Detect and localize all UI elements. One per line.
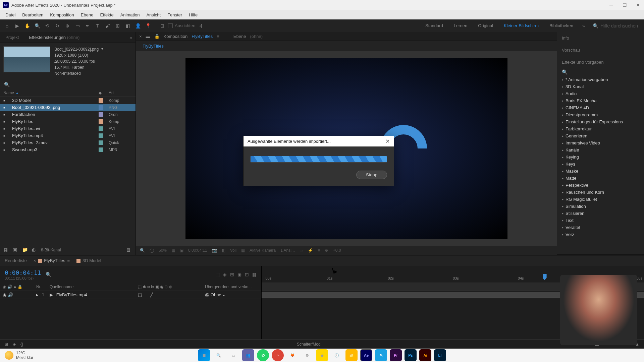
layer-audio-icon[interactable]: 🔊 xyxy=(8,292,13,297)
effect-category[interactable]: Matte xyxy=(557,175,644,182)
project-search[interactable]: 🔍 xyxy=(0,80,136,89)
stamp-tool[interactable]: ⊞ xyxy=(113,21,122,30)
lightroom-icon[interactable]: Lr xyxy=(434,349,446,361)
label-swatch[interactable] xyxy=(99,147,103,152)
label-swatch[interactable] xyxy=(99,126,103,131)
effect-category[interactable]: Verz xyxy=(557,231,644,238)
comp-lock-icon[interactable]: 🔒 xyxy=(154,34,160,39)
workspace-original[interactable]: Original xyxy=(473,22,498,29)
tab-close-icon[interactable]: × xyxy=(34,258,36,263)
time-value[interactable]: 0:00:04:11 xyxy=(188,248,207,253)
zoom-value[interactable]: 50% xyxy=(159,248,167,253)
pixel-aspect-icon[interactable]: ▭ xyxy=(300,248,303,253)
tl-tool-3[interactable]: ⊞ xyxy=(230,272,234,277)
effect-category[interactable]: Text xyxy=(557,217,644,224)
effect-category[interactable]: Keying xyxy=(557,154,644,161)
tab-effekteinstellungen[interactable]: Effekteinstellungen (ohne) xyxy=(27,34,82,41)
effects-presets-header[interactable]: Effekte und Vorgaben xyxy=(557,56,644,68)
tl-footer-icon-3[interactable]: {} xyxy=(20,342,23,347)
effect-category[interactable]: Maske xyxy=(557,168,644,175)
camera-value[interactable]: Aktive Kamera xyxy=(250,248,276,253)
menu-effekte[interactable]: Effekte xyxy=(97,11,117,19)
taskbar-search-icon[interactable]: 🔍 xyxy=(213,349,225,361)
label-swatch[interactable] xyxy=(99,133,103,138)
tl-tool-6[interactable]: ▦ xyxy=(252,272,257,277)
snapshot-icon[interactable]: 📷 xyxy=(212,248,217,253)
effect-category[interactable]: Rauschen und Korn xyxy=(557,189,644,196)
shape-tool[interactable]: ▭ xyxy=(73,21,82,30)
app-icon-misc[interactable]: ⚙ xyxy=(301,349,313,361)
effect-category[interactable]: Simulation xyxy=(557,203,644,210)
comp-menu-icon[interactable]: ≡ xyxy=(217,34,219,39)
snapping-icon[interactable]: ⊰ xyxy=(197,21,205,30)
effect-category[interactable]: RG Magic Bullet xyxy=(557,196,644,203)
comp-tab-close-icon[interactable]: × xyxy=(139,34,142,39)
menu-animation[interactable]: Animation xyxy=(117,11,143,19)
orbit-tool[interactable]: ⟲ xyxy=(43,21,52,30)
tl-tool-1[interactable]: ⬚ xyxy=(215,272,220,277)
effect-category[interactable]: Einstellungen für Expressions xyxy=(557,118,644,125)
project-item[interactable]: ▪FlyByTitles Komp xyxy=(0,118,136,125)
illustrator-icon[interactable]: Ai xyxy=(419,349,431,361)
effect-category[interactable]: Stilisieren xyxy=(557,210,644,217)
schalter-modi[interactable]: Schalter/Modi xyxy=(28,342,590,347)
tab-3d-model[interactable]: 3D Model xyxy=(76,258,101,263)
zoom-tool[interactable]: 🔍 xyxy=(33,21,42,30)
project-item[interactable]: ▪Swoosh.mp3 MP3 xyxy=(0,146,136,153)
col-tag-icon[interactable]: ◆ xyxy=(99,90,109,95)
lock-col-icon[interactable]: 🔒 xyxy=(17,285,22,289)
project-item[interactable]: ▪Boot_[02921-03092].png PNG xyxy=(0,104,136,111)
tl-tool-5[interactable]: ⊡ xyxy=(245,272,249,277)
dialog-close-icon[interactable]: ✕ xyxy=(385,138,390,144)
label-swatch[interactable] xyxy=(99,119,103,124)
label-swatch[interactable] xyxy=(99,105,103,110)
timeline-search[interactable]: 🔍 xyxy=(46,272,51,277)
app-icon-red[interactable]: ○ xyxy=(272,349,284,361)
new-comp-icon[interactable]: ▣ xyxy=(13,247,19,253)
effect-category[interactable]: Perspektive xyxy=(557,182,644,189)
workspace-lernen[interactable]: Lernen xyxy=(449,22,472,29)
hand-tool[interactable]: ✋ xyxy=(23,21,32,30)
app-icon-blue[interactable]: ✎ xyxy=(375,349,387,361)
effect-category[interactable]: * Animationsvorgaben xyxy=(557,76,644,83)
teams-icon[interactable]: 👥 xyxy=(242,349,254,361)
firefox-icon[interactable]: 🦊 xyxy=(286,349,299,361)
start-button[interactable]: ⊞ xyxy=(198,349,210,361)
workspace-overflow-icon[interactable]: » xyxy=(579,21,588,30)
layer-switches[interactable]: ⬚ ╱ xyxy=(138,292,205,297)
clock-icon[interactable]: 🕐 xyxy=(331,349,343,361)
timecode[interactable]: 0:00:04:11 xyxy=(5,269,41,276)
region-icon[interactable]: ◧ xyxy=(222,248,225,253)
after-effects-icon[interactable]: Ae xyxy=(360,349,372,361)
effect-category[interactable]: 3D-Kanal xyxy=(557,83,644,90)
workspace-bibliotheken[interactable]: Bibliotheken xyxy=(545,22,578,29)
selection-tool[interactable]: ▶ xyxy=(13,21,21,30)
interpret-icon[interactable]: ▦ xyxy=(3,247,9,253)
workspace-standard[interactable]: Standard xyxy=(421,22,448,29)
tl-footer-icon-1[interactable]: ⊞ xyxy=(5,342,8,347)
effect-category[interactable]: Boris FX Mocha xyxy=(557,97,644,104)
tab-projekt[interactable]: Projekt xyxy=(3,34,21,41)
brush-tool[interactable]: 🖌 xyxy=(103,21,112,30)
anchor-tool[interactable]: ⊕ xyxy=(63,21,72,30)
workspace-kleiner-bildschirm[interactable]: Kleiner Bildschirm xyxy=(499,22,543,29)
comp-name[interactable]: FlyByTitles xyxy=(192,34,213,39)
explorer-icon[interactable]: 📁 xyxy=(345,349,358,361)
text-tool[interactable]: T xyxy=(93,21,102,30)
tab-menu-icon[interactable]: ≡ xyxy=(67,258,70,263)
eraser-tool[interactable]: ◧ xyxy=(123,21,132,30)
tl-footer-icon-2[interactable]: ◈ xyxy=(13,342,16,347)
views-value[interactable]: 1 Ansi... xyxy=(280,248,295,253)
project-item[interactable]: ▪Farbflächen Ordn xyxy=(0,111,136,118)
menu-ebene[interactable]: Ebene xyxy=(77,11,97,19)
pin-tool[interactable]: 📍 xyxy=(144,21,152,30)
effect-category[interactable]: Farbkorrektur xyxy=(557,125,644,132)
align-toggle[interactable]: Ausrichten xyxy=(168,23,195,28)
effect-category[interactable]: Dienstprogramm xyxy=(557,111,644,118)
panel-overflow-icon[interactable]: » xyxy=(129,35,132,40)
timeline-layer-row[interactable]: ◉ 🔊 ▸ 1 ▶ FlyByTitles.mp4 ⬚ ╱ @ Ohne ⌄ xyxy=(0,291,261,299)
info-panel-header[interactable]: Info xyxy=(557,32,644,44)
roto-tool[interactable]: 👤 xyxy=(133,21,142,30)
label-swatch[interactable] xyxy=(99,140,103,145)
trash-icon[interactable]: 🗑 xyxy=(126,247,132,253)
